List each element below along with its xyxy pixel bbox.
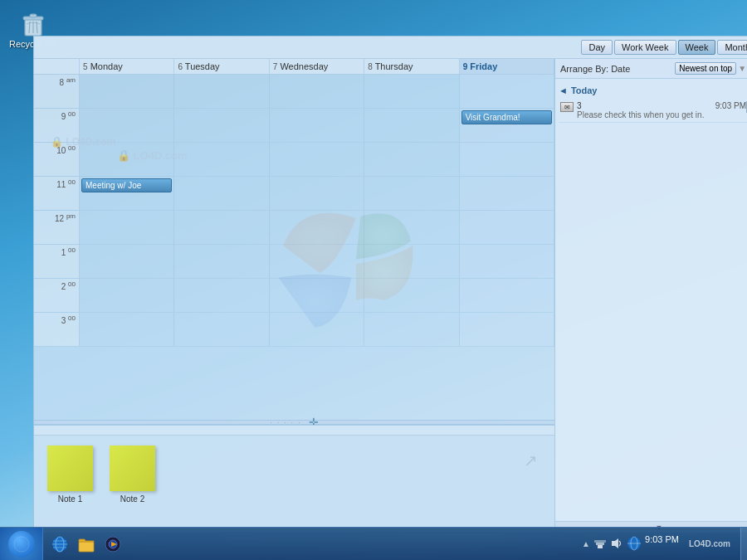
time-label-12pm: 12 pm — [34, 211, 80, 244]
cell-mon-8[interactable] — [80, 75, 174, 108]
svg-rect-19 — [594, 540, 606, 543]
time-label-3pm: 3 00 — [34, 313, 80, 346]
start-button[interactable] — [0, 528, 43, 561]
cell-mon-12[interactable] — [80, 211, 174, 244]
cell-mon-10[interactable] — [80, 143, 174, 176]
cell-tue-9[interactable] — [174, 109, 269, 142]
time-label-11: 11 00 — [34, 177, 80, 210]
time-label-10: 10 00 — [34, 143, 80, 176]
day-header-thursday: 8 Thursday — [364, 59, 459, 74]
cursor-icon: ↗ — [524, 450, 538, 470]
cell-wed-1[interactable] — [270, 245, 364, 278]
cell-mon-1[interactable] — [80, 245, 174, 278]
cell-thu-1[interactable] — [364, 245, 459, 278]
cell-thu-12[interactable] — [364, 211, 459, 244]
media-player-icon[interactable] — [101, 533, 124, 556]
cell-mon-3[interactable] — [80, 313, 174, 346]
cell-tue-8[interactable] — [174, 75, 269, 108]
time-row-8am: 8 am — [34, 75, 554, 109]
day-header-friday: 9 Friday — [460, 59, 554, 74]
arrange-by-label: Arrange By: Date — [560, 64, 675, 74]
windows-orb-icon — [13, 536, 30, 553]
month-button[interactable]: Month — [717, 40, 747, 55]
note-2-label: Note 2 — [120, 494, 144, 504]
note-2[interactable] — [110, 446, 155, 491]
time-row-11: 11 00 Meeting w/ Joe — [34, 177, 554, 211]
taskbar-quicklaunch — [43, 533, 129, 556]
cell-wed-11[interactable] — [270, 177, 364, 210]
day-header-tuesday: 6 Tuesday — [174, 59, 269, 74]
pane-scroll[interactable]: ◄ Today ✉ 3 9:03 PM Please check this wh… — [555, 79, 747, 521]
cell-mon-9[interactable] — [80, 109, 174, 142]
cell-tue-10[interactable] — [174, 143, 269, 176]
cell-fri-10[interactable] — [460, 143, 554, 176]
explorer-icon[interactable] — [75, 533, 98, 556]
cell-fri-9[interactable]: Visit Grandma! — [460, 109, 554, 142]
cell-tue-12[interactable] — [174, 211, 269, 244]
week-button[interactable]: Week — [678, 40, 716, 55]
time-row-10: 10 00 — [34, 143, 554, 177]
email-preview: Please check this when you get in. — [577, 110, 746, 119]
visit-grandma-event[interactable]: Visit Grandma! — [461, 110, 552, 124]
calendar-scroll[interactable]: 🔒 LO4D.com 8 am 9 0 — [34, 75, 554, 420]
sort-dropdown-icon[interactable]: ▼ — [738, 64, 746, 73]
cell-tue-1[interactable] — [174, 245, 269, 278]
cell-thu-10[interactable] — [364, 143, 459, 176]
system-tray: ▲ — [575, 534, 740, 553]
cell-mon-11[interactable]: Meeting w/ Joe — [80, 177, 174, 210]
recycle-bin-svg — [18, 7, 48, 37]
tray-date-value — [645, 544, 679, 553]
notes-toolbar — [34, 426, 554, 436]
cell-tue-3[interactable] — [174, 313, 269, 346]
cell-mon-2[interactable] — [80, 279, 174, 312]
cell-wed-8[interactable] — [270, 75, 364, 108]
note-1-container[interactable]: Note 1 — [47, 446, 93, 504]
start-orb — [8, 531, 35, 558]
meeting-joe-event[interactable]: Meeting w/ Joe — [81, 178, 172, 192]
desktop: Recycle Bin Day Work Week Week Month 5 M… — [0, 0, 747, 560]
svg-point-6 — [14, 537, 29, 552]
network-icon[interactable] — [593, 537, 607, 552]
cell-tue-11[interactable] — [174, 177, 269, 210]
cell-fri-2[interactable] — [460, 279, 554, 312]
cell-fri-11[interactable] — [460, 177, 554, 210]
ie-icon[interactable] — [48, 533, 71, 556]
reading-pane-header: Arrange By: Date Newest on top ▼ ▲ — [555, 59, 747, 79]
outlook-window: Day Work Week Week Month 5 Monday 6 Tu — [33, 36, 747, 533]
time-row-9: 9 00 Visit Grandma! — [34, 109, 554, 143]
cell-wed-2[interactable] — [270, 279, 364, 312]
cell-wed-9[interactable] — [270, 109, 364, 142]
note-1[interactable] — [47, 446, 93, 491]
tray-expand-icon[interactable]: ▲ — [582, 539, 590, 548]
time-col-header — [34, 59, 80, 74]
newest-on-top-button[interactable]: Newest on top — [675, 62, 736, 75]
time-label-9: 9 00 — [34, 109, 80, 142]
cell-thu-11[interactable] — [364, 177, 459, 210]
cell-thu-3[interactable] — [364, 313, 459, 346]
cell-thu-9[interactable] — [364, 109, 459, 142]
show-desktop-button[interactable] — [740, 528, 747, 561]
cell-wed-10[interactable] — [270, 143, 364, 176]
tray-lo4d-label: LO4D.com — [689, 539, 730, 548]
email-item[interactable]: ✉ 3 9:03 PM Please check this when you g… — [559, 99, 747, 123]
cell-wed-12[interactable] — [270, 211, 364, 244]
cell-fri-12[interactable] — [460, 211, 554, 244]
volume-icon[interactable] — [610, 537, 623, 552]
day-button[interactable]: Day — [581, 40, 613, 55]
cell-thu-8[interactable] — [364, 75, 459, 108]
cell-fri-1[interactable] — [460, 245, 554, 278]
cell-fri-8[interactable] — [460, 75, 554, 108]
cell-fri-3[interactable] — [460, 313, 554, 346]
email-number: 3 — [577, 101, 582, 110]
email-time: 9:03 PM — [715, 101, 746, 110]
work-week-button[interactable]: Work Week — [614, 40, 676, 55]
email-envelope-icon: ✉ — [560, 102, 574, 112]
cell-tue-2[interactable] — [174, 279, 269, 312]
cell-thu-2[interactable] — [364, 279, 459, 312]
time-row-2pm: 2 00 — [34, 279, 554, 313]
note-2-container[interactable]: Note 2 — [110, 446, 155, 504]
section-triangle-icon: ◄ — [559, 85, 568, 95]
time-label-1pm: 1 00 — [34, 245, 80, 278]
globe-icon[interactable] — [627, 536, 642, 553]
cell-wed-3[interactable] — [270, 313, 364, 346]
